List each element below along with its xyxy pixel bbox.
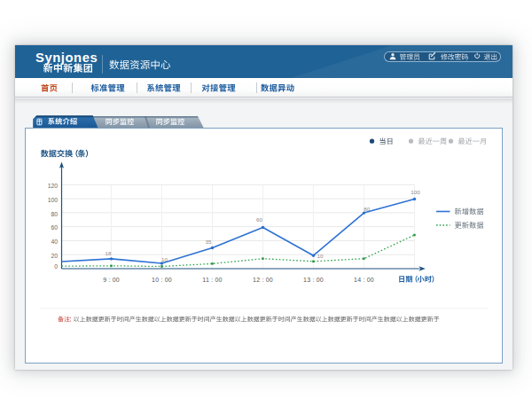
svg-text:11 : 00: 11 : 00 xyxy=(202,277,222,283)
svg-text:80: 80 xyxy=(364,206,370,212)
svg-text:60: 60 xyxy=(51,224,58,231)
svg-text:120: 120 xyxy=(48,183,59,189)
svg-text:10: 10 xyxy=(161,256,168,262)
svg-text:13 : 00: 13 : 00 xyxy=(303,277,324,283)
svg-text:18: 18 xyxy=(106,250,112,256)
svg-text:20: 20 xyxy=(51,253,58,259)
svg-text:10 : 00: 10 : 00 xyxy=(152,277,172,283)
svg-text:40: 40 xyxy=(51,239,58,245)
svg-text:35: 35 xyxy=(206,239,212,245)
svg-text:60: 60 xyxy=(256,216,262,223)
svg-text:9 : 00: 9 : 00 xyxy=(103,277,120,283)
svg-text:80: 80 xyxy=(51,211,58,217)
svg-text:12 : 00: 12 : 00 xyxy=(253,277,273,283)
svg-text:0: 0 xyxy=(54,263,58,270)
svg-text:10: 10 xyxy=(317,253,324,259)
svg-text:14 : 00: 14 : 00 xyxy=(354,277,374,283)
svg-text:Synjones: Synjones xyxy=(35,51,98,65)
svg-text:100: 100 xyxy=(48,197,59,203)
svg-text:100: 100 xyxy=(411,189,420,195)
